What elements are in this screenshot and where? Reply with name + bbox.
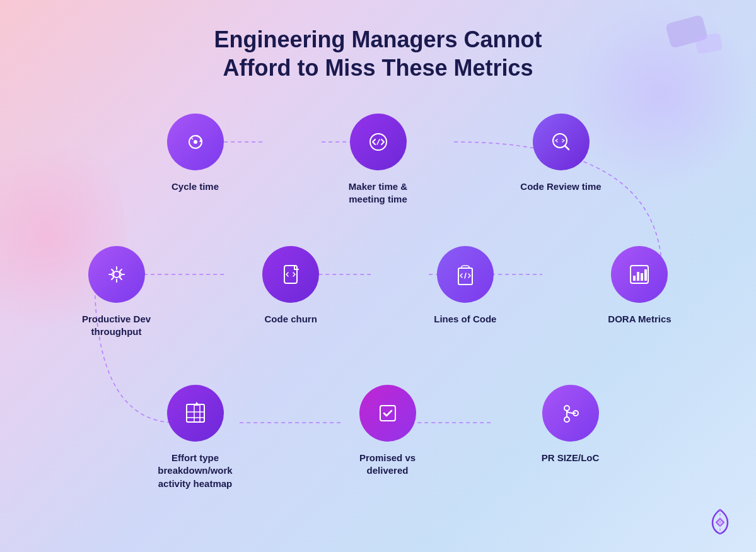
row-2: Productive Devthroughput Code churn (63, 246, 694, 339)
svg-rect-16 (644, 269, 647, 281)
code-churn-circle (262, 246, 319, 303)
productive-dev-label: Productive Devthroughput (82, 313, 151, 339)
metric-cycle-time: Cycle time (154, 114, 236, 193)
row-3: Effort typebreakdown/workactivity heatma… (145, 385, 612, 490)
svg-rect-17 (187, 404, 204, 422)
svg-line-11 (465, 273, 466, 278)
brand-logo (702, 505, 737, 539)
pr-size-circle (542, 385, 599, 442)
metrics-layout: Cycle time Maker time &meeting time (63, 114, 694, 517)
page-title: Engineering Managers Cannot Afford to Mi… (214, 25, 542, 82)
row-1: Cycle time Maker time &meeting time (154, 114, 602, 206)
svg-line-7 (565, 146, 569, 150)
metric-pr-size: PR SIZE/LoC (530, 385, 612, 464)
pr-size-label: PR SIZE/LoC (542, 452, 600, 464)
cycle-time-circle (167, 114, 224, 170)
maker-time-circle (350, 114, 407, 170)
svg-point-24 (564, 417, 569, 422)
page-container: Engineering Managers Cannot Afford to Mi… (0, 0, 756, 552)
effort-type-circle (167, 385, 224, 442)
svg-rect-13 (633, 276, 636, 281)
metric-effort-type: Effort typebreakdown/workactivity heatma… (145, 385, 246, 490)
maker-time-label: Maker time &meeting time (349, 180, 407, 206)
dora-metrics-label: DORA Metrics (608, 313, 671, 326)
promised-vs-label: Promised vsdelivered (359, 452, 416, 478)
promised-vs-circle (359, 385, 416, 442)
metric-dora-metrics: DORA Metrics (598, 246, 680, 326)
svg-point-23 (564, 406, 569, 411)
metric-lines-of-code: Lines of Code (424, 246, 506, 326)
svg-rect-15 (641, 273, 643, 281)
svg-rect-14 (637, 272, 639, 281)
metric-code-churn: Code churn (250, 246, 332, 326)
lines-of-code-label: Lines of Code (434, 313, 496, 326)
svg-point-8 (113, 271, 120, 278)
code-review-label: Code Review time (520, 180, 601, 193)
svg-rect-22 (380, 406, 395, 421)
code-churn-label: Code churn (264, 313, 317, 326)
dora-metrics-circle (611, 246, 668, 303)
svg-line-5 (377, 139, 380, 144)
metric-maker-time: Maker time &meeting time (337, 114, 419, 206)
metric-promised-vs: Promised vsdelivered (347, 385, 429, 478)
metric-code-review: Code Review time (520, 114, 602, 193)
metric-productive-dev: Productive Devthroughput (76, 246, 158, 339)
productive-dev-circle (88, 246, 145, 303)
cycle-time-label: Cycle time (172, 180, 219, 193)
effort-type-label: Effort typebreakdown/workactivity heatma… (158, 452, 232, 490)
lines-of-code-circle (437, 246, 494, 303)
code-review-circle (533, 114, 590, 170)
